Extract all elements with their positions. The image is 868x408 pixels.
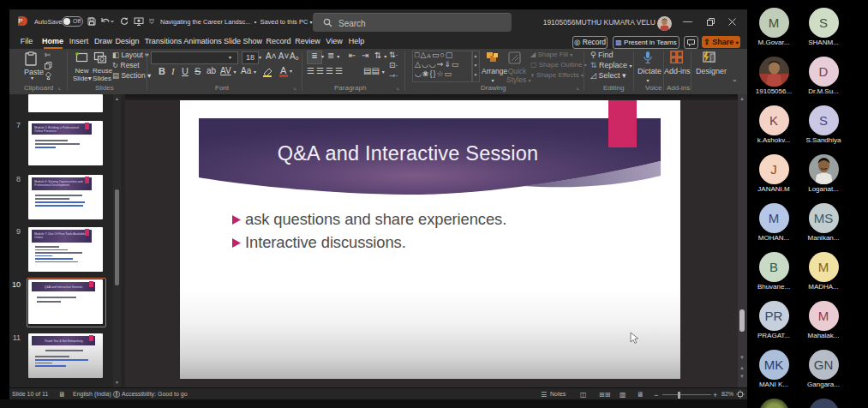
svg-text:ask questions and share experi: ask questions and share experiences. xyxy=(245,210,506,228)
svg-text:P: P xyxy=(18,17,22,25)
svg-text:Interactive discussions.: Interactive discussions. xyxy=(245,233,406,251)
svg-text:Q&A and Interactive Session: Q&A and Interactive Session xyxy=(278,142,539,165)
